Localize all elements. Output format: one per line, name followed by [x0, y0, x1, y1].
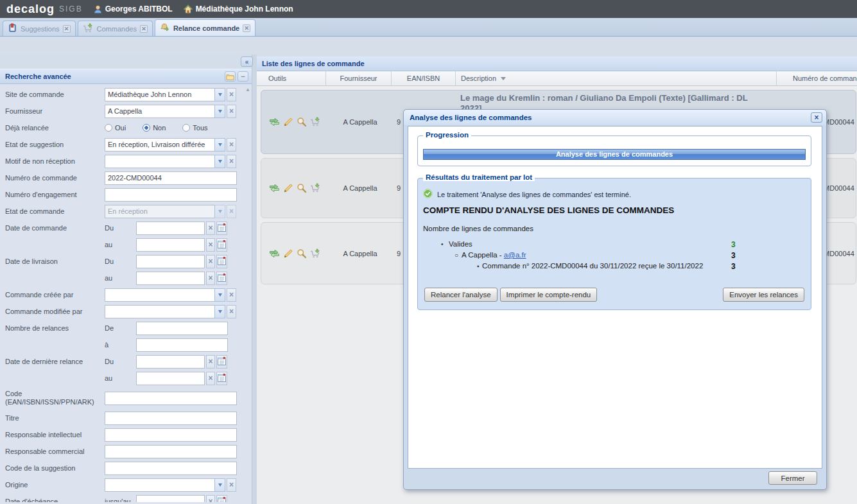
fermer-button[interactable]: Fermer: [768, 471, 817, 485]
commande-creee-par-select[interactable]: [105, 288, 215, 302]
commande-modifiee-par-dropdown-trigger[interactable]: [214, 305, 225, 318]
column-header-numero-de-commande[interactable]: Numéro de commande: [777, 71, 857, 85]
row-tools: [269, 117, 321, 127]
date-de-livraison-date-clear-button[interactable]: ×: [206, 255, 215, 268]
date-de-commande-calendar-button[interactable]: [216, 222, 227, 235]
date-de-livraison-calendar-button[interactable]: [216, 255, 227, 268]
date-de-derniere-relance-date-input[interactable]: [136, 355, 205, 369]
column-header-fournisseur[interactable]: Fournisseur: [326, 71, 392, 85]
au-date-clear-button[interactable]: ×: [206, 272, 215, 285]
au-date-input[interactable]: [136, 372, 205, 385]
cart-icon[interactable]: [310, 117, 321, 127]
tab-close-icon[interactable]: ✕: [243, 24, 250, 32]
tab-close-icon[interactable]: ✕: [140, 25, 148, 33]
date-de-derniere-relance-calendar-button[interactable]: [216, 355, 227, 369]
exchange-icon[interactable]: [269, 183, 280, 193]
pencil-icon[interactable]: [283, 117, 293, 127]
site-de-commande-select[interactable]: Médiathèque John Lennon: [105, 88, 215, 101]
a-input[interactable]: [136, 338, 228, 352]
site-de-commande-clear-button[interactable]: ×: [227, 88, 236, 101]
date-de-derniere-relance-date-clear-button[interactable]: ×: [206, 355, 215, 369]
au-date-clear-button[interactable]: ×: [206, 372, 215, 385]
numero-d-engagement-input[interactable]: [105, 188, 237, 202]
radio-icon[interactable]: [105, 124, 112, 132]
column-header-description[interactable]: Description: [456, 71, 777, 85]
etat-de-commande-clear-button[interactable]: ×: [227, 205, 236, 218]
date-de-commande-date-clear-button[interactable]: ×: [206, 222, 215, 235]
current-site[interactable]: Médiathèque John Lennon: [183, 4, 293, 14]
etat-de-suggestion-clear-button[interactable]: ×: [227, 138, 236, 152]
dialog-close-button[interactable]: ×: [811, 112, 822, 123]
motif-de-non-reception-clear-button[interactable]: ×: [227, 155, 236, 168]
exchange-icon[interactable]: [269, 117, 280, 127]
relancer-l-analyse-button[interactable]: Relancer l'analyse: [424, 288, 498, 302]
code-de-la-suggestion-input[interactable]: [105, 462, 237, 475]
motif-de-non-reception-dropdown-trigger[interactable]: [214, 155, 225, 168]
column-header-ean-isbn[interactable]: EAN/ISBN: [392, 71, 456, 85]
au-calendar-button[interactable]: [216, 238, 227, 252]
saved-searches-button[interactable]: [225, 71, 236, 82]
envoyer-les-relances-button[interactable]: Envoyer les relances: [723, 288, 804, 302]
origine-clear-button[interactable]: ×: [227, 478, 236, 492]
commande-creee-par-clear-button[interactable]: ×: [227, 288, 236, 302]
au-date-clear-button[interactable]: ×: [206, 238, 215, 252]
radio-icon[interactable]: [143, 124, 150, 132]
responsable-commercial-input[interactable]: [105, 445, 237, 458]
exchange-icon[interactable]: [269, 248, 280, 259]
site-de-commande-dropdown-trigger[interactable]: [214, 88, 225, 101]
date-d-echeance-date-input[interactable]: [136, 495, 205, 503]
magnifier-icon[interactable]: [297, 248, 307, 259]
origine-dropdown-trigger[interactable]: [214, 478, 225, 492]
tab-suggestions[interactable]: Suggestions✕: [3, 21, 76, 36]
fournisseur-clear-button[interactable]: ×: [227, 105, 236, 118]
date-de-livraison-date-input[interactable]: [136, 255, 205, 268]
supplier-email-link[interactable]: a@a.fr: [504, 251, 526, 259]
pencil-icon[interactable]: [283, 183, 293, 193]
panel-splitter[interactable]: [252, 55, 257, 504]
site-name: Médiathèque John Lennon: [196, 4, 293, 13]
titre-input[interactable]: [105, 412, 237, 425]
column-header-outils[interactable]: Outils: [257, 71, 326, 85]
etat-de-suggestion-dropdown-trigger[interactable]: [214, 138, 225, 152]
deja-relancee-option-non[interactable]: Non: [143, 124, 166, 132]
pencil-icon[interactable]: [283, 248, 293, 259]
tab-commandes[interactable]: Commandes✕: [78, 21, 153, 36]
dialog-titlebar[interactable]: Analyse des lignes de commandes ×: [404, 110, 826, 125]
au-date-input[interactable]: [136, 272, 205, 285]
commande-creee-par-dropdown-trigger[interactable]: [214, 288, 225, 302]
fournisseur-select[interactable]: A Cappella: [105, 105, 215, 118]
origine-select[interactable]: [105, 478, 215, 492]
au-date-input[interactable]: [136, 238, 205, 252]
radio-icon[interactable]: [182, 124, 190, 132]
imprimer-le-compte-rendu-button[interactable]: Imprimer le compte-rendu: [500, 288, 598, 302]
fournisseur-dropdown-trigger[interactable]: [214, 105, 225, 118]
cart-icon[interactable]: [310, 183, 321, 193]
magnifier-icon[interactable]: [297, 117, 307, 127]
commande-modifiee-par-clear-button[interactable]: ×: [227, 305, 236, 318]
commande-modifiee-par-select[interactable]: [105, 305, 215, 318]
etat-de-commande-dropdown-trigger[interactable]: [214, 205, 225, 218]
collapse-panel-button[interactable]: «: [241, 56, 253, 67]
code-ean-isbn-issn-ppn-ark-input[interactable]: [105, 392, 237, 405]
cart-icon[interactable]: [310, 248, 321, 259]
scrollbar-up-arrow[interactable]: ▲: [245, 87, 250, 92]
au-calendar-button[interactable]: [216, 372, 227, 385]
au-calendar-button[interactable]: [216, 272, 227, 285]
date-de-commande-date-input[interactable]: [136, 222, 205, 235]
tab-close-icon[interactable]: ✕: [63, 25, 71, 33]
date-d-echeance-date-clear-button[interactable]: ×: [206, 495, 215, 503]
responsable-intellectuel-input[interactable]: [105, 428, 237, 442]
magnifier-icon[interactable]: [297, 183, 307, 193]
current-user[interactable]: Georges ABITBOL: [93, 4, 173, 14]
results-legend: Résultats du traitement par lot: [423, 173, 535, 181]
tab-relance-commande[interactable]: Relance commande✕: [155, 19, 255, 36]
etat-de-commande-select[interactable]: En réception: [105, 205, 215, 218]
deja-relancee-option-oui[interactable]: Oui: [105, 124, 126, 132]
nombre-de-relances-input[interactable]: [136, 322, 228, 335]
motif-de-non-reception-select[interactable]: [105, 155, 215, 168]
deja-relancee-option-tous[interactable]: Tous: [182, 124, 207, 132]
date-d-echeance-calendar-button[interactable]: [216, 495, 227, 503]
etat-de-suggestion-select[interactable]: En réception, Livraison différée: [105, 138, 215, 152]
collapse-section-button[interactable]: −: [238, 71, 248, 82]
numero-de-commande-input[interactable]: 2022-CMD00044: [105, 171, 237, 185]
